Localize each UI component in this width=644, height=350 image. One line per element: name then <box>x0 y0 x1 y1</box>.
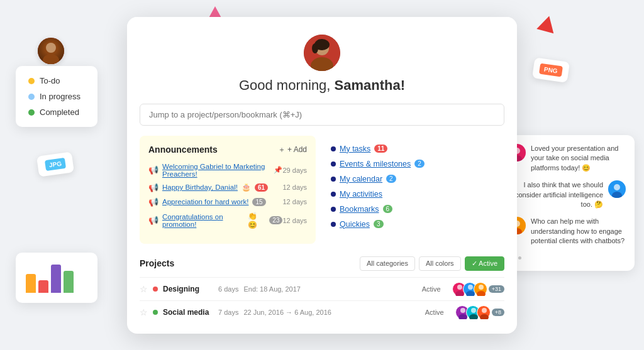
ann-link-3[interactable]: Congratulations on promotion! <box>162 213 244 228</box>
png-badge-label: PNG <box>539 63 563 77</box>
legend-dot-completed <box>28 109 35 116</box>
greeting-text: Good morning, Samantha! <box>140 77 504 94</box>
ann-badge-3: 23 <box>269 216 282 224</box>
task-dot-5 <box>331 222 336 227</box>
legend-dot-inprogress <box>28 94 35 100</box>
task-dot-1 <box>331 161 336 167</box>
task-item-5: Quickies 3 <box>331 220 496 229</box>
greeting-name: Samantha! <box>335 77 405 93</box>
svg-point-17 <box>479 285 484 290</box>
filter-all-categories[interactable]: All categories <box>360 256 415 271</box>
task-dot-2 <box>331 177 336 182</box>
legend-card: To-do In progress Completed <box>16 66 97 127</box>
task-count-2: 2 <box>386 175 396 183</box>
projects-section: Projects All categories All colors ✓ Act… <box>127 256 517 334</box>
star-0[interactable]: ☆ <box>140 284 148 294</box>
chat-message-1: Loved your presentation and your take on… <box>508 144 626 173</box>
megaphone-icon-0: 📢 <box>148 165 158 175</box>
project-days-0: 6 days <box>218 285 238 293</box>
task-link-4[interactable]: Bookmarks <box>340 205 379 214</box>
task-count-4: 6 <box>383 205 393 213</box>
search-input[interactable] <box>140 104 504 126</box>
task-item-1: Events & milestones 2 <box>331 160 496 168</box>
project-avatar-count-1: +8 <box>492 309 504 316</box>
project-name-0[interactable]: Designing <box>163 285 213 293</box>
projects-header: Projects All categories All colors ✓ Act… <box>140 256 504 271</box>
chat-typing-indicator <box>508 254 626 262</box>
project-row-0: ☆ Designing 6 days End: 18 Aug, 2017 Act… <box>140 277 504 300</box>
chart-bar-1 <box>26 274 36 293</box>
task-dot-3 <box>331 192 336 197</box>
project-avatar-count-0: +31 <box>489 285 504 293</box>
announcements-add-button[interactable]: ＋ + Add <box>278 145 307 155</box>
project-date-0: End: 18 Aug, 2017 <box>243 285 416 293</box>
announcement-item-2: 📢 Appreciation for hard work! 15 12 days <box>148 197 307 207</box>
svg-point-22 <box>469 314 478 319</box>
announcements-panel: Announcements ＋ + Add 📢 Welcoming Gabrie… <box>140 136 316 244</box>
task-count-1: 2 <box>414 160 425 168</box>
ann-badge-2: 15 <box>252 198 265 206</box>
task-item-4: Bookmarks 6 <box>331 205 496 214</box>
avatar-topleft[interactable] <box>38 38 64 64</box>
filter-active[interactable]: ✓ Active <box>465 256 504 271</box>
megaphone-icon-2: 📢 <box>148 197 158 207</box>
project-avatars-0: +31 <box>452 282 504 296</box>
task-link-0[interactable]: My tasks <box>340 145 370 153</box>
project-name-1[interactable]: Social media <box>163 308 213 317</box>
content-grid: Announcements ＋ + Add 📢 Welcoming Gabrie… <box>127 136 517 256</box>
chart-bar-3 <box>51 265 61 293</box>
star-1[interactable]: ☆ <box>140 307 148 317</box>
chat-avatar-2 <box>608 180 626 198</box>
svg-point-19 <box>460 308 465 313</box>
task-item-2: My calendar 2 <box>331 175 496 183</box>
task-dot-0 <box>331 146 336 151</box>
task-count-5: 3 <box>374 220 384 228</box>
typing-dot-3 <box>518 256 521 260</box>
project-row-1: ☆ Social media 7 days 22 Jun, 2016 → 6 A… <box>140 300 504 324</box>
ann-days-0: 29 days <box>282 167 307 174</box>
proj-avatar-1-2 <box>477 305 491 319</box>
svg-point-24 <box>480 314 489 319</box>
ann-link-1[interactable]: Happy Birthday, Danial! <box>162 183 238 191</box>
task-link-3[interactable]: My activities <box>340 190 382 199</box>
task-link-5[interactable]: Quickies <box>340 220 370 229</box>
header-avatar <box>304 35 340 71</box>
ann-left-2: 📢 Appreciation for hard work! 15 <box>148 197 282 207</box>
ann-link-0[interactable]: Welcoming Gabriel to Marketing Preachers… <box>162 163 274 178</box>
filter-all-colors[interactable]: All colors <box>419 256 461 271</box>
chat-text-2: I also think that we should consider art… <box>508 180 603 209</box>
task-link-2[interactable]: My calendar <box>340 175 382 183</box>
announcements-title: Announcements <box>148 145 218 155</box>
avatar-topleft-image <box>38 38 64 64</box>
svg-point-5 <box>612 192 622 198</box>
chat-text-1: Loved your presentation and your take on… <box>531 144 626 173</box>
greeting-prefix: Good morning, <box>239 77 335 93</box>
task-link-1[interactable]: Events & milestones <box>340 160 411 168</box>
chart-bar-4 <box>64 271 74 293</box>
jpg-badge-label: JPG <box>45 158 66 171</box>
add-label: + Add <box>287 145 307 154</box>
svg-point-1 <box>43 54 59 64</box>
window-header: Good morning, Samantha! <box>127 17 517 104</box>
chat-message-2: I also think that we should consider art… <box>508 180 626 209</box>
ann-link-2[interactable]: Appreciation for hard work! <box>162 198 248 205</box>
svg-point-0 <box>46 43 56 53</box>
checkmark-icon: ✓ <box>472 260 477 267</box>
svg-point-18 <box>477 291 486 296</box>
legend-item-inprogress: In progress <box>28 92 85 101</box>
task-item-0: My tasks 11 <box>331 145 496 153</box>
ann-days-3: 12 days <box>282 217 307 224</box>
task-item-3: My activities <box>331 190 496 199</box>
megaphone-icon-1: 📢 <box>148 183 158 192</box>
announcement-item-1: 📢 Happy Birthday, Danial! 🎂 61 12 days <box>148 183 307 192</box>
proj-avatar-0-2 <box>474 282 487 296</box>
megaphone-icon-3: 📢 <box>148 216 158 225</box>
png-badge: PNG <box>532 57 570 82</box>
chat-card: Loved your presentation and your take on… <box>499 135 635 271</box>
project-date-1: 22 Jun, 2016 → 6 Aug, 2016 <box>243 309 419 316</box>
project-days-1: 7 days <box>218 309 238 316</box>
legend-dot-todo <box>28 78 35 84</box>
project-avatars-1: +8 <box>455 305 504 319</box>
chart-bar-2 <box>38 280 48 293</box>
announcement-item-0: 📢 Welcoming Gabriel to Marketing Preache… <box>148 163 307 178</box>
